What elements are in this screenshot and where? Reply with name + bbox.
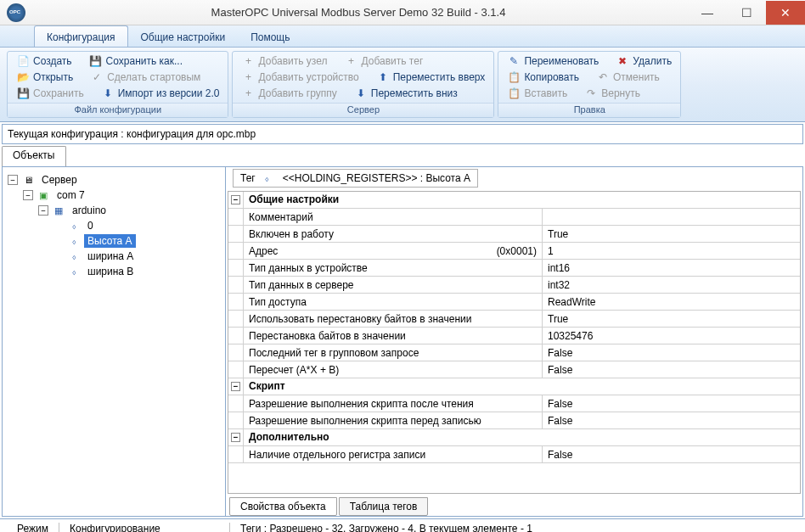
ribbon-btn: +Добавить устройство	[238, 70, 362, 85]
ribbon-btn[interactable]: ⬆Переместить вверх	[373, 70, 489, 85]
objects-tab[interactable]: Объекты	[2, 146, 66, 166]
tree-node-device[interactable]: − ▦ arduino	[38, 203, 220, 218]
prop-row[interactable]: Перестановка байтов в значении10325476	[228, 328, 800, 344]
ribbon-btn: +Добавить узел	[238, 53, 330, 69]
ribbon-btn: ↶Отменить	[593, 70, 663, 85]
menu-tab-2[interactable]: Помощь	[238, 25, 302, 47]
prop-row[interactable]: Адрес(0x0001)1	[228, 243, 800, 260]
prop-row[interactable]: Комментарий	[228, 209, 800, 226]
ribbon-btn[interactable]: ⬇Переместить вниз	[351, 86, 461, 101]
prop-row[interactable]: Разрешение выполнения скрипта после чтен…	[228, 395, 800, 412]
tree-tag-node[interactable]: ⬨Высота А	[53, 233, 220, 249]
ribbon-group-label: Файл конфигурации	[8, 103, 228, 117]
prop-group-header[interactable]: −Скрипт	[228, 378, 800, 395]
prop-value[interactable]: False	[543, 361, 800, 378]
tag-icon: ⬨	[67, 249, 81, 263]
tree-collapse-icon[interactable]: −	[23, 190, 33, 200]
ribbon-btn-label: Импорт из версии 2.0	[118, 87, 220, 99]
prop-row[interactable]: Наличие отдельного регистра записиFalse	[228, 446, 800, 463]
menubar: КонфигурацияОбщие настройкиПомощь	[0, 25, 805, 48]
ribbon-btn-icon: 📄	[16, 54, 30, 68]
prop-row[interactable]: Включен в работуTrue	[228, 226, 800, 243]
ribbon-btn[interactable]: ⬇Импорт из версии 2.0	[98, 86, 223, 101]
tree-tag-label: Высота А	[84, 234, 136, 248]
ribbon-btn-icon: 📂	[16, 70, 30, 84]
prop-name: Наличие отдельного регистра записи	[244, 446, 543, 462]
tree-node-com[interactable]: − ▣ com 7	[23, 188, 220, 203]
prop-value[interactable]: True	[543, 311, 800, 327]
prop-row[interactable]: Тип данных в сервереint32	[228, 277, 800, 294]
prop-row[interactable]: Разрешение выполнения скрипта перед запи…	[228, 412, 800, 429]
ribbon-btn-icon: ⬆	[376, 70, 390, 84]
property-grid[interactable]: −Общие настройкиКомментарийВключен в раб…	[228, 191, 801, 494]
menu-tab-1[interactable]: Общие настройки	[128, 25, 239, 47]
minimize-button[interactable]: —	[688, 1, 727, 25]
prop-value[interactable]: 1	[543, 243, 800, 259]
ribbon-btn: ↷Вернуть	[581, 86, 644, 101]
tree-root[interactable]: − 🖥 Сервер	[8, 172, 220, 188]
prop-group-header[interactable]: −Дополнительно	[228, 429, 800, 446]
ribbon-btn[interactable]: 📋Копировать	[504, 70, 583, 85]
device-icon: ▦	[52, 204, 65, 217]
config-path-text: Текущая конфигурация : конфигурация для …	[8, 128, 256, 140]
prop-row[interactable]: Тип данных в устройствеint16	[228, 260, 800, 277]
ribbon-btn-label: Добавить группу	[258, 87, 336, 99]
ribbon-btn-label: Сохранить	[33, 87, 84, 99]
prop-name: Тип доступа	[244, 294, 543, 310]
tree-tag-node[interactable]: ⬨0	[53, 218, 220, 233]
prop-group-collapse-icon[interactable]: −	[231, 382, 240, 391]
tree-collapse-icon[interactable]: −	[8, 175, 18, 185]
ribbon-btn[interactable]: ✎Переименовать	[504, 53, 602, 69]
prop-name: Разрешение выполнения скрипта после чтен…	[244, 395, 543, 412]
prop-value[interactable]: False	[543, 412, 800, 428]
ribbon-btn: +Добавить тег	[341, 53, 427, 69]
prop-name: Перестановка байтов в значении	[244, 328, 543, 344]
ribbon-btn-label: Удалить	[633, 55, 672, 67]
prop-value[interactable]	[543, 209, 800, 225]
tag-icon: ⬨	[67, 234, 81, 248]
tree-collapse-icon[interactable]: −	[38, 205, 48, 216]
prop-group-collapse-icon[interactable]: −	[231, 195, 240, 204]
prop-row[interactable]: Тип доступаReadWrite	[228, 294, 800, 311]
prop-name: Последний тег в групповом запросе	[244, 344, 543, 361]
prop-name: Адрес(0x0001)	[244, 243, 543, 259]
tree-tag-node[interactable]: ⬨ширина В	[53, 264, 220, 279]
tree-tag-node[interactable]: ⬨ширина А	[53, 249, 220, 264]
ribbon-btn-label: Добавить устройство	[258, 71, 358, 83]
prop-value[interactable]: False	[543, 395, 800, 412]
prop-value[interactable]: True	[543, 226, 800, 242]
prop-row[interactable]: Последний тег в групповом запросеFalse	[228, 344, 800, 361]
maximize-button[interactable]: ☐	[727, 1, 766, 25]
prop-group-collapse-icon[interactable]: −	[231, 433, 240, 442]
tree-panel: − 🖥 Сервер − ▣ com 7 − ▦ arduino ⬨0⬨Высо…	[3, 167, 226, 516]
ribbon-btn-label: Отменить	[613, 71, 660, 83]
prop-name: Пересчет (A*X + B)	[244, 361, 543, 378]
detail-bottom-tab[interactable]: Свойства объекта	[229, 497, 337, 516]
menu-tab-0[interactable]: Конфигурация	[34, 25, 128, 47]
prop-value[interactable]: int16	[543, 260, 800, 276]
prop-value[interactable]: 10325476	[543, 328, 800, 344]
prop-row[interactable]: Пересчет (A*X + B)False	[228, 361, 800, 378]
prop-value[interactable]: int32	[543, 277, 800, 293]
ribbon-btn[interactable]: 💾Сохранить как...	[86, 53, 186, 69]
prop-value[interactable]: False	[543, 446, 800, 462]
ribbon-btn-label: Копировать	[524, 71, 579, 83]
ribbon-btn[interactable]: 📄Создать	[13, 53, 76, 69]
close-button[interactable]: ✕	[766, 1, 805, 25]
ribbon-btn-icon: ⬇	[354, 87, 368, 100]
ribbon-group-label: Правка	[498, 103, 680, 117]
port-icon: ▣	[37, 188, 50, 202]
prop-row[interactable]: Использовать перестановку байтов в значе…	[228, 311, 800, 328]
prop-name: Комментарий	[244, 209, 543, 225]
ribbon: 📄Создать💾Сохранить как...📂Открыть✓Сделат…	[0, 48, 805, 122]
ribbon-btn[interactable]: ✖Удалить	[612, 53, 675, 69]
ribbon-btn[interactable]: 📂Открыть	[13, 70, 76, 85]
prop-value[interactable]: ReadWrite	[543, 294, 800, 310]
statusbar: Режим Конфигурирование Теги : Разрешено …	[0, 518, 805, 532]
ribbon-btn: 📋Вставить	[504, 86, 571, 101]
prop-value[interactable]: False	[543, 344, 800, 361]
prop-group-header[interactable]: −Общие настройки	[228, 192, 800, 209]
detail-header: Тег ⬨ <<HOLDING_REGISTERS>> : Высота А	[226, 167, 802, 189]
detail-bottom-tab[interactable]: Таблица тегов	[339, 497, 429, 516]
ribbon-group-label: Сервер	[233, 103, 493, 117]
